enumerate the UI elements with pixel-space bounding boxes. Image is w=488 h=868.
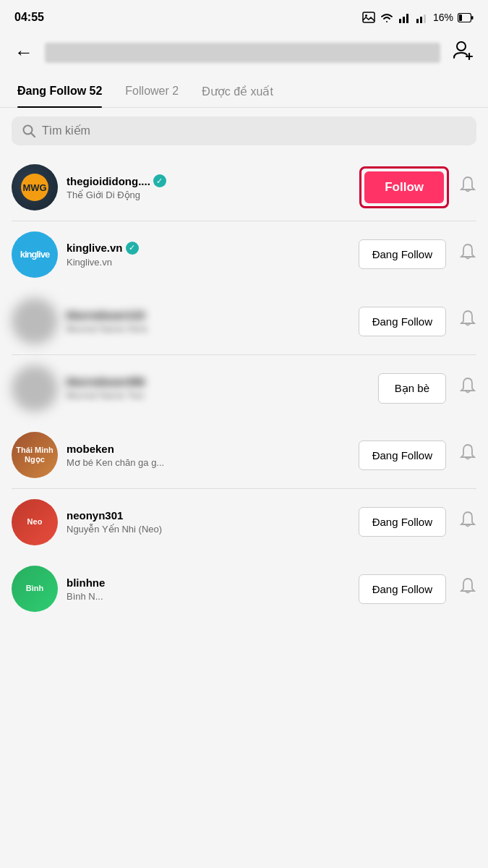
user-display-name: Blurred Name Two — [67, 390, 369, 401]
avatar — [12, 298, 58, 344]
svg-point-1 — [365, 14, 367, 17]
bell-icon[interactable] — [459, 443, 476, 467]
dang-follow-button[interactable]: Đang Follow — [359, 574, 446, 604]
notification-bell-icon — [459, 443, 476, 462]
user-info: blurreduser123 Blurred Name Here — [67, 309, 350, 334]
user-handle: mobeken — [67, 443, 114, 455]
user-handle: kinglive.vn — [67, 242, 123, 254]
notification-bell-icon — [459, 577, 476, 596]
list-item: Bình blinhne Bình N... Đang Follow — [0, 556, 488, 622]
notification-bell-icon — [459, 176, 476, 195]
tab-follower[interactable]: Follower 2 — [114, 76, 190, 107]
notification-bell-icon — [459, 243, 476, 262]
tab-dang-follow[interactable]: Đang Follow 52 — [6, 76, 114, 107]
user-handle: neonyn301 — [67, 509, 123, 522]
battery-text: 16% — [433, 12, 453, 23]
add-user-button[interactable] — [449, 36, 476, 69]
avatar: Neo — [12, 499, 58, 545]
avatar — [12, 365, 58, 412]
user-handle: thegioididong.... — [67, 175, 150, 187]
status-time: 04:55 — [14, 11, 44, 24]
image-icon — [362, 12, 375, 23]
user-display-name: Blurred Name Here — [67, 323, 350, 334]
notification-bell-icon — [459, 511, 476, 529]
bell-icon[interactable] — [459, 577, 476, 600]
user-info: blurreduser456 Blurred Name Two — [67, 375, 369, 401]
avatar: kinglive — [12, 231, 58, 278]
user-handle: blinhne — [67, 576, 105, 589]
user-info: neonyn301 Nguyễn Yến Nhi (Neo) — [67, 509, 350, 535]
signal1-icon — [398, 12, 411, 23]
status-bar: 04:55 16% — [0, 0, 488, 32]
battery-icon — [458, 13, 474, 22]
list-item: blurreduser456 Blurred Name Two Bạn bè — [0, 355, 488, 422]
list-item: Neo neonyn301 Nguyễn Yến Nhi (Neo) Đang … — [0, 489, 488, 556]
list-item: blurreduser123 Blurred Name Here Đang Fo… — [0, 288, 488, 354]
user-info: mobeken Mơ bé Ken chăn ga g... — [67, 443, 350, 468]
search-input[interactable] — [42, 124, 466, 137]
svg-rect-6 — [420, 17, 422, 23]
ban-be-button[interactable]: Bạn bè — [378, 373, 446, 404]
user-list: MWG thegioididong.... ✓ Thế Giới Di Động… — [0, 154, 488, 622]
user-info: blinhne Bình N... — [67, 576, 350, 602]
verified-badge: ✓ — [153, 174, 166, 187]
tab-duoc-de-xuat[interactable]: Được đề xuất — [190, 76, 285, 107]
user-info: thegioididong.... ✓ Thế Giới Di Động — [67, 174, 354, 200]
bell-icon[interactable] — [459, 377, 476, 400]
tabs-container: Đang Follow 52 Follower 2 Được đề xuất — [0, 76, 488, 108]
wifi-icon — [380, 12, 394, 23]
dang-follow-button[interactable]: Đang Follow — [359, 239, 446, 269]
avatar: Bình — [12, 566, 58, 612]
signal2-icon — [416, 12, 429, 23]
svg-line-15 — [31, 133, 35, 137]
follow-button[interactable]: Follow — [364, 171, 444, 203]
back-button[interactable]: ← — [12, 38, 36, 67]
nav-title-blurred — [45, 43, 440, 63]
dang-follow-button[interactable]: Đang Follow — [359, 307, 446, 336]
notification-bell-icon — [459, 377, 476, 396]
user-info: kinglive.vn ✓ Kinglive.vn — [67, 242, 350, 268]
bell-icon[interactable] — [459, 310, 476, 333]
user-handle: blurreduser123 — [67, 309, 145, 321]
svg-rect-5 — [416, 19, 419, 23]
svg-point-11 — [457, 42, 466, 51]
notification-bell-icon — [459, 310, 476, 328]
avatar: MWG — [12, 164, 58, 210]
bell-icon[interactable] — [459, 243, 476, 266]
list-item: kinglive kinglive.vn ✓ Kinglive.vn Đang … — [0, 221, 488, 288]
list-item: MWG thegioididong.... ✓ Thế Giới Di Động… — [0, 154, 488, 221]
bell-icon[interactable] — [459, 176, 476, 199]
svg-rect-7 — [424, 14, 426, 23]
user-display-name: Thế Giới Di Động — [67, 190, 354, 200]
user-display-name: Bình N... — [67, 591, 350, 602]
svg-rect-2 — [399, 19, 401, 23]
status-icons: 16% — [362, 12, 474, 23]
svg-rect-10 — [471, 16, 474, 20]
svg-rect-3 — [403, 17, 405, 23]
dang-follow-button[interactable]: Đang Follow — [359, 507, 446, 537]
user-display-name: Kinglive.vn — [67, 257, 350, 268]
dang-follow-button[interactable]: Đang Follow — [359, 441, 446, 470]
svg-rect-9 — [459, 14, 462, 21]
search-container — [0, 108, 488, 154]
search-icon — [22, 124, 36, 138]
user-handle: blurreduser456 — [67, 375, 145, 388]
user-display-name: Nguyễn Yến Nhi (Neo) — [67, 524, 350, 535]
verified-badge: ✓ — [126, 242, 139, 255]
list-item: Thái Minh Ngọc mobeken Mơ bé Ken chăn ga… — [0, 422, 488, 488]
add-user-icon — [452, 39, 474, 61]
avatar: Thái Minh Ngọc — [12, 432, 58, 478]
user-display-name: Mơ bé Ken chăn ga g... — [67, 457, 350, 468]
search-box — [12, 116, 476, 145]
bell-icon[interactable] — [459, 511, 476, 534]
svg-rect-0 — [363, 12, 374, 22]
top-nav: ← — [0, 32, 488, 76]
svg-rect-4 — [406, 14, 408, 23]
